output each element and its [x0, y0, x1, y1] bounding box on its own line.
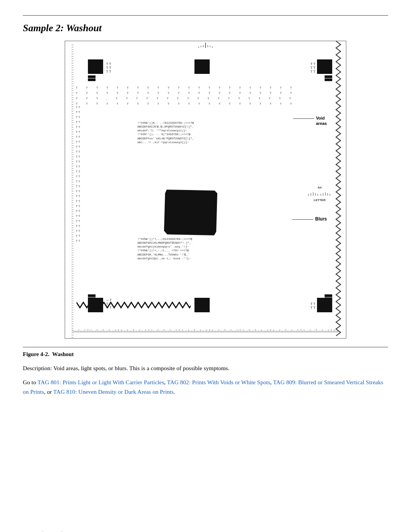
bottom-zigzag-svg: [76, 302, 191, 312]
left-t-marks: T TT TT TT TT TT TT TT TT TT TT TT TT TT…: [76, 106, 80, 244]
top-rule: [23, 15, 388, 16]
corner-sq-bottom-center: [194, 298, 210, 312]
top-center-ticks: [198, 43, 213, 51]
figure-wrapper: T TT TT T T TT TT T T T T T T T T T T T …: [23, 41, 388, 339]
left-ruler-svg: [65, 41, 73, 338]
link-tag810[interactable]: TAG 810: Uneven Density or Dark Areas on…: [53, 388, 174, 395]
corner-sq-top-right: [317, 59, 332, 74]
text-sample-lower: !"##%&'()*+,-./0123456789:;<=>?@ ABCDEFG…: [137, 237, 193, 260]
diagram-area: T TT TT T T TT TT T T T T T T T T T T T …: [65, 41, 346, 338]
t-mark-bl: ─ TT T─ T: [106, 299, 112, 310]
stacked-sq-bl: [88, 294, 96, 300]
goto-text: Go to TAG 801: Prints Light or Light Wit…: [23, 378, 388, 397]
t-mark-tr: T TT TT T: [311, 62, 315, 74]
goto-intro: Go to: [23, 379, 37, 385]
right-zigzag-svg: [335, 41, 346, 338]
page-footer: Print Quality Samples 4-5: [23, 530, 388, 532]
footer-left-text: Print Quality Samples: [23, 530, 67, 532]
blurs-label: Blurs: [315, 216, 327, 222]
section-title: Sample 2: Washout: [23, 22, 388, 34]
bottom-rule: [23, 347, 388, 347]
t-mark-tl: T TT TT T: [106, 62, 111, 74]
t-mark-br: T TT T: [311, 302, 315, 310]
link-tag801[interactable]: TAG 801: Prints Light or Light With Carr…: [37, 379, 164, 385]
letter-label: LETTER: [308, 198, 331, 202]
paper-size-labels: A4 LETTER: [308, 186, 331, 202]
bottom-ticks: [73, 329, 338, 337]
void-label-line1: Void areas: [316, 116, 327, 126]
stacked-sq-tl: [88, 75, 96, 81]
black-blot: [164, 190, 217, 235]
text-sample-upper: !"##%&'()%.- -.√0123456789:;<=>?@ ABCDEF…: [137, 121, 196, 144]
stacked-sq-tr: [325, 75, 332, 81]
a4-label: A4: [308, 186, 331, 189]
corner-sq-top-left: [88, 59, 103, 74]
void-areas-label: Void areas: [316, 115, 327, 126]
description-text: Description: Void areas, light spots, or…: [23, 364, 388, 372]
footer-right-text: 4-5: [382, 530, 388, 532]
t-pattern-svg: [75, 83, 334, 289]
figure-caption: Figure 4-2. Washout: [23, 351, 388, 358]
figure-label: Figure 4-2. Washout: [23, 351, 74, 357]
corner-sq-top-center: [194, 59, 210, 74]
figure-container: T TT TT T T TT TT T T T T T T T T T T T …: [65, 41, 346, 339]
stacked-sq-br: [325, 294, 332, 300]
page-container: Sample 2: Washout: [0, 15, 411, 532]
link-tag802[interactable]: TAG 802: Prints With Voids or White Spot…: [167, 379, 270, 385]
